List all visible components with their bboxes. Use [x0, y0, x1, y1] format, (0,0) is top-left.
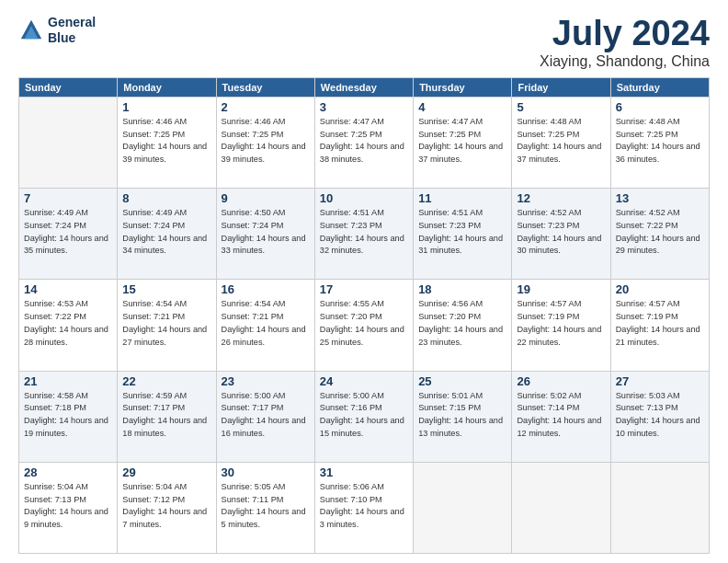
day-number: 8: [122, 191, 210, 205]
calendar-day-cell: 17 Sunrise: 4:55 AMSunset: 7:20 PMDaylig…: [314, 280, 413, 371]
calendar-week-row: 1 Sunrise: 4:46 AMSunset: 7:25 PMDayligh…: [19, 97, 710, 188]
day-info: Sunrise: 4:54 AMSunset: 7:21 PMDaylight:…: [122, 299, 207, 346]
calendar-day-cell: 20 Sunrise: 4:57 AMSunset: 7:19 PMDaylig…: [610, 280, 709, 371]
calendar-day-cell: 11 Sunrise: 4:51 AMSunset: 7:23 PMDaylig…: [414, 189, 512, 280]
day-info: Sunrise: 5:01 AMSunset: 7:15 PMDaylight:…: [418, 391, 503, 438]
day-number: 9: [222, 191, 310, 205]
weekday-header-cell: Monday: [118, 77, 216, 97]
calendar-day-cell: 27 Sunrise: 5:03 AMSunset: 7:13 PMDaylig…: [610, 371, 709, 462]
day-number: 22: [122, 374, 210, 388]
day-info: Sunrise: 5:00 AMSunset: 7:17 PMDaylight:…: [222, 391, 306, 438]
day-info: Sunrise: 5:04 AMSunset: 7:13 PMDaylight:…: [24, 482, 108, 529]
day-number: 4: [418, 100, 506, 114]
day-number: 2: [222, 100, 310, 114]
weekday-header-row: SundayMondayTuesdayWednesdayThursdayFrid…: [19, 77, 710, 97]
day-number: 18: [418, 282, 506, 296]
day-number: 16: [222, 282, 310, 296]
day-number: 15: [122, 282, 210, 296]
calendar-day-cell: 3 Sunrise: 4:47 AMSunset: 7:25 PMDayligh…: [314, 97, 413, 188]
day-number: 30: [222, 465, 310, 479]
day-number: 31: [320, 465, 408, 479]
day-number: 12: [517, 191, 605, 205]
calendar-day-cell: 26 Sunrise: 5:02 AMSunset: 7:14 PMDaylig…: [512, 371, 610, 462]
day-info: Sunrise: 4:50 AMSunset: 7:24 PMDaylight:…: [222, 208, 306, 255]
weekday-header-cell: Sunday: [19, 77, 118, 97]
day-info: Sunrise: 4:52 AMSunset: 7:22 PMDaylight:…: [616, 208, 700, 255]
day-info: Sunrise: 5:05 AMSunset: 7:11 PMDaylight:…: [222, 482, 306, 529]
location-title: Xiaying, Shandong, China: [540, 53, 710, 70]
day-number: 13: [616, 191, 704, 205]
month-title: July 2024: [540, 15, 710, 53]
calendar-week-row: 7 Sunrise: 4:49 AMSunset: 7:24 PMDayligh…: [19, 189, 710, 280]
calendar-day-cell: 6 Sunrise: 4:48 AMSunset: 7:25 PMDayligh…: [610, 97, 709, 188]
title-block: July 2024 Xiaying, Shandong, China: [540, 15, 710, 70]
weekday-header-cell: Saturday: [610, 77, 709, 97]
calendar-day-cell: 24 Sunrise: 5:00 AMSunset: 7:16 PMDaylig…: [314, 371, 413, 462]
day-info: Sunrise: 4:51 AMSunset: 7:23 PMDaylight:…: [320, 208, 404, 255]
calendar-day-cell: [19, 97, 118, 188]
calendar-day-cell: [610, 462, 709, 553]
page: General Blue July 2024 Xiaying, Shandong…: [0, 0, 728, 563]
calendar-week-row: 21 Sunrise: 4:58 AMSunset: 7:18 PMDaylig…: [19, 371, 710, 462]
calendar-day-cell: 8 Sunrise: 4:49 AMSunset: 7:24 PMDayligh…: [118, 189, 216, 280]
weekday-header-cell: Thursday: [414, 77, 512, 97]
day-info: Sunrise: 4:56 AMSunset: 7:20 PMDaylight:…: [418, 299, 503, 346]
calendar-day-cell: 30 Sunrise: 5:05 AMSunset: 7:11 PMDaylig…: [216, 462, 314, 553]
day-info: Sunrise: 5:02 AMSunset: 7:14 PMDaylight:…: [517, 391, 601, 438]
day-number: 7: [24, 191, 112, 205]
calendar-day-cell: 29 Sunrise: 5:04 AMSunset: 7:12 PMDaylig…: [118, 462, 216, 553]
weekday-header-cell: Friday: [512, 77, 610, 97]
day-number: 29: [122, 465, 210, 479]
calendar-day-cell: 28 Sunrise: 5:04 AMSunset: 7:13 PMDaylig…: [19, 462, 118, 553]
day-number: 21: [24, 374, 112, 388]
calendar-week-row: 14 Sunrise: 4:53 AMSunset: 7:22 PMDaylig…: [19, 280, 710, 371]
day-info: Sunrise: 4:53 AMSunset: 7:22 PMDaylight:…: [24, 299, 108, 346]
day-number: 27: [616, 374, 704, 388]
day-info: Sunrise: 4:51 AMSunset: 7:23 PMDaylight:…: [418, 208, 503, 255]
day-info: Sunrise: 4:47 AMSunset: 7:25 PMDaylight:…: [418, 117, 503, 164]
calendar-day-cell: 10 Sunrise: 4:51 AMSunset: 7:23 PMDaylig…: [314, 189, 413, 280]
day-number: 24: [320, 374, 408, 388]
calendar-day-cell: 13 Sunrise: 4:52 AMSunset: 7:22 PMDaylig…: [610, 189, 709, 280]
day-info: Sunrise: 4:58 AMSunset: 7:18 PMDaylight:…: [24, 391, 108, 438]
day-number: 6: [616, 100, 704, 114]
day-info: Sunrise: 4:48 AMSunset: 7:25 PMDaylight:…: [616, 117, 700, 164]
day-number: 23: [222, 374, 310, 388]
day-info: Sunrise: 4:48 AMSunset: 7:25 PMDaylight:…: [517, 117, 601, 164]
calendar-day-cell: 5 Sunrise: 4:48 AMSunset: 7:25 PMDayligh…: [512, 97, 610, 188]
day-number: 19: [517, 282, 605, 296]
calendar-day-cell: 2 Sunrise: 4:46 AMSunset: 7:25 PMDayligh…: [216, 97, 314, 188]
calendar-day-cell: 1 Sunrise: 4:46 AMSunset: 7:25 PMDayligh…: [118, 97, 216, 188]
day-number: 1: [122, 100, 210, 114]
day-info: Sunrise: 4:47 AMSunset: 7:25 PMDaylight:…: [320, 117, 404, 164]
day-info: Sunrise: 5:06 AMSunset: 7:10 PMDaylight:…: [320, 482, 404, 529]
logo-icon: [18, 17, 44, 43]
day-info: Sunrise: 5:00 AMSunset: 7:16 PMDaylight:…: [320, 391, 404, 438]
calendar-day-cell: 16 Sunrise: 4:54 AMSunset: 7:21 PMDaylig…: [216, 280, 314, 371]
day-number: 5: [517, 100, 605, 114]
calendar-table: SundayMondayTuesdayWednesdayThursdayFrid…: [18, 77, 710, 554]
day-info: Sunrise: 4:52 AMSunset: 7:23 PMDaylight:…: [517, 208, 601, 255]
calendar-day-cell: 22 Sunrise: 4:59 AMSunset: 7:17 PMDaylig…: [118, 371, 216, 462]
calendar-body: 1 Sunrise: 4:46 AMSunset: 7:25 PMDayligh…: [19, 97, 710, 553]
day-info: Sunrise: 4:49 AMSunset: 7:24 PMDaylight:…: [122, 208, 207, 255]
day-info: Sunrise: 5:03 AMSunset: 7:13 PMDaylight:…: [616, 391, 700, 438]
calendar-day-cell: 4 Sunrise: 4:47 AMSunset: 7:25 PMDayligh…: [414, 97, 512, 188]
day-number: 3: [320, 100, 408, 114]
logo-text: General Blue: [48, 15, 96, 46]
day-info: Sunrise: 4:54 AMSunset: 7:21 PMDaylight:…: [222, 299, 306, 346]
day-info: Sunrise: 4:57 AMSunset: 7:19 PMDaylight:…: [616, 299, 700, 346]
calendar-day-cell: 25 Sunrise: 5:01 AMSunset: 7:15 PMDaylig…: [414, 371, 512, 462]
calendar-day-cell: 21 Sunrise: 4:58 AMSunset: 7:18 PMDaylig…: [19, 371, 118, 462]
calendar-day-cell: 7 Sunrise: 4:49 AMSunset: 7:24 PMDayligh…: [19, 189, 118, 280]
calendar-day-cell: 18 Sunrise: 4:56 AMSunset: 7:20 PMDaylig…: [414, 280, 512, 371]
day-info: Sunrise: 4:46 AMSunset: 7:25 PMDaylight:…: [222, 117, 306, 164]
weekday-header-cell: Tuesday: [216, 77, 314, 97]
day-number: 11: [418, 191, 506, 205]
day-number: 26: [517, 374, 605, 388]
calendar-day-cell: 23 Sunrise: 5:00 AMSunset: 7:17 PMDaylig…: [216, 371, 314, 462]
day-info: Sunrise: 4:55 AMSunset: 7:20 PMDaylight:…: [320, 299, 404, 346]
header: General Blue July 2024 Xiaying, Shandong…: [18, 15, 710, 70]
day-number: 25: [418, 374, 506, 388]
calendar-day-cell: [512, 462, 610, 553]
